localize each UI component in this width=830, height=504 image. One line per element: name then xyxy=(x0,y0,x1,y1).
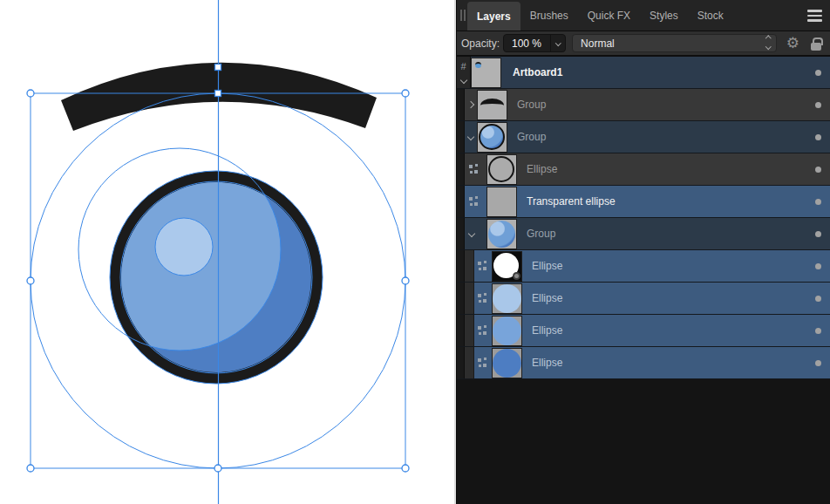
blend-mode-select[interactable]: Normal xyxy=(572,34,777,52)
indent-rail xyxy=(457,153,465,185)
blend-mode-value: Normal xyxy=(573,37,615,50)
layer-thumbnail[interactable] xyxy=(486,187,517,217)
layer-row-artboard1[interactable]: #Artboard1 xyxy=(457,57,830,89)
layer-row-group[interactable]: Group xyxy=(457,218,830,250)
layer-label: Ellipse xyxy=(532,260,562,272)
layer-row-ellipse[interactable]: Ellipse xyxy=(457,250,830,283)
visibility-dot[interactable] xyxy=(815,199,821,205)
expander-column xyxy=(465,121,477,153)
tab-stock[interactable]: Stock xyxy=(688,0,733,31)
opacity-value[interactable]: 100 % xyxy=(504,37,550,50)
chevron-down-icon[interactable] xyxy=(461,78,466,83)
top-left-handle[interactable] xyxy=(27,90,34,97)
visibility-dot[interactable] xyxy=(815,70,821,76)
artboard-expander-column[interactable]: # xyxy=(457,57,471,88)
indent-rail xyxy=(465,283,474,314)
indent-rail xyxy=(457,315,465,346)
layers-panel: LayersBrushesQuick FXStylesStock Opacity… xyxy=(457,0,830,504)
tab-quick-fx[interactable]: Quick FX xyxy=(578,0,640,31)
expander-column xyxy=(465,218,486,249)
layer-dots-icon[interactable] xyxy=(478,293,488,303)
gear-icon[interactable]: ⚙ xyxy=(786,36,799,51)
mid-left-handle[interactable] xyxy=(27,277,34,284)
iris-highlight[interactable] xyxy=(155,218,213,276)
layer-thumbnail[interactable] xyxy=(471,58,501,88)
layer-thumbnail[interactable] xyxy=(477,90,507,120)
eye-mini xyxy=(488,221,515,248)
indent-rail xyxy=(457,347,465,378)
layer-thumbnail[interactable] xyxy=(492,316,522,346)
layer-row-group[interactable]: Group xyxy=(457,89,830,121)
circle-mini xyxy=(493,349,521,378)
layer-thumbnail[interactable] xyxy=(477,122,507,153)
layer-thumbnail[interactable] xyxy=(486,219,517,249)
bottom-left-handle[interactable] xyxy=(27,465,34,472)
layer-dots-icon[interactable] xyxy=(478,358,488,368)
hamburger-menu-icon[interactable] xyxy=(807,10,822,22)
layer-row-ellipse[interactable]: Ellipse xyxy=(457,347,830,379)
indent-rail xyxy=(465,315,474,346)
expander-column xyxy=(465,186,486,217)
indent-rail xyxy=(457,218,465,249)
tab-layers[interactable]: Layers xyxy=(467,2,520,31)
layer-dots-icon[interactable] xyxy=(478,261,488,271)
layer-row-ellipse[interactable]: Ellipse xyxy=(457,315,830,347)
layer-dots-icon[interactable] xyxy=(478,325,488,336)
up-down-stepper-icon[interactable] xyxy=(766,37,771,48)
chevron-down-icon[interactable] xyxy=(550,35,565,51)
chevron-right-icon[interactable] xyxy=(468,102,473,107)
visibility-dot[interactable] xyxy=(815,296,821,302)
chevron-down-icon[interactable] xyxy=(468,134,473,140)
eyebrow-mini xyxy=(480,99,504,112)
indent-rail xyxy=(457,121,465,153)
panel-grip-icon[interactable] xyxy=(459,0,467,31)
panel-tab-bar: LayersBrushesQuick FXStylesStock xyxy=(457,0,830,31)
visibility-dot[interactable] xyxy=(815,328,821,334)
layer-label: Group xyxy=(517,99,546,111)
layer-label: Artboard1 xyxy=(513,66,562,78)
visibility-dot[interactable] xyxy=(815,134,821,140)
layer-row-ellipse[interactable]: Ellipse xyxy=(457,153,830,186)
canvas-artwork xyxy=(0,0,454,504)
bottom-right-handle[interactable] xyxy=(402,465,409,472)
node-handle[interactable] xyxy=(215,65,221,71)
visibility-dot[interactable] xyxy=(815,263,821,269)
layer-thumbnail[interactable] xyxy=(492,283,522,314)
layer-thumbnail[interactable] xyxy=(492,251,522,282)
tab-styles[interactable]: Styles xyxy=(640,0,688,31)
layer-dots-icon[interactable] xyxy=(469,164,480,174)
expander-column xyxy=(465,89,477,120)
document-canvas[interactable] xyxy=(0,0,454,504)
layer-thumbnail[interactable] xyxy=(486,154,517,185)
indent-rail xyxy=(457,283,465,314)
indent-rail xyxy=(465,347,474,378)
circle-mini xyxy=(493,284,521,313)
layer-row-transparent-ellipse[interactable]: Transparent ellipse xyxy=(457,186,830,218)
visibility-dot[interactable] xyxy=(815,167,821,173)
opacity-input[interactable]: 100 % xyxy=(503,34,566,52)
layer-row-group[interactable]: Group xyxy=(457,121,830,153)
visibility-dot[interactable] xyxy=(815,360,821,366)
indent-rail xyxy=(465,250,474,282)
indent-rail xyxy=(457,89,465,120)
layer-label: Group xyxy=(527,228,555,240)
top-mid-handle[interactable] xyxy=(215,91,221,97)
lock-icon[interactable] xyxy=(811,43,821,51)
layer-thumbnail[interactable] xyxy=(492,348,522,378)
visibility-dot[interactable] xyxy=(815,231,821,237)
layer-badge-icon xyxy=(513,272,520,280)
visibility-dot[interactable] xyxy=(815,102,821,108)
layer-label: Group xyxy=(517,131,546,143)
mid-right-handle[interactable] xyxy=(402,277,409,284)
layer-label: Ellipse xyxy=(532,324,562,337)
bottom-mid-handle[interactable] xyxy=(214,465,221,472)
layer-dots-icon[interactable] xyxy=(469,196,480,207)
layer-row-ellipse[interactable]: Ellipse xyxy=(457,283,830,315)
chevron-down-icon[interactable] xyxy=(469,231,474,236)
layer-list: #Artboard1GroupGroupEllipseTransparent e… xyxy=(457,57,830,504)
expander-column xyxy=(474,250,492,282)
indent-rail xyxy=(457,250,465,282)
tab-brushes[interactable]: Brushes xyxy=(520,0,578,31)
top-right-handle[interactable] xyxy=(402,90,409,97)
app-window: LayersBrushesQuick FXStylesStock Opacity… xyxy=(0,0,830,504)
